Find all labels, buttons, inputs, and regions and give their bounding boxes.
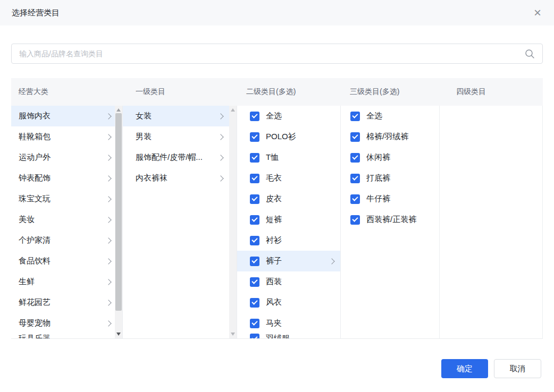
header-major-category: 经营大类 <box>11 87 123 97</box>
header-level1-category: 一级类目 <box>123 87 237 97</box>
list-item[interactable]: 鲜花园艺 <box>11 292 115 313</box>
column-level1-category: 女装 男装 服饰配件/皮带/帽... 内衣裤袜 <box>123 106 237 338</box>
list-item[interactable]: 服饰配件/皮带/帽... <box>123 147 229 168</box>
cancel-button[interactable]: 取消 <box>494 359 541 378</box>
search-icon <box>524 48 535 59</box>
checkbox-checked-icon[interactable] <box>250 132 259 142</box>
search-input[interactable] <box>11 44 543 64</box>
checkbox-checked-icon[interactable] <box>250 334 259 338</box>
chevron-right-icon <box>105 320 111 326</box>
list-item[interactable]: 生鲜 <box>11 271 115 292</box>
checkbox-checked-icon[interactable] <box>250 112 259 121</box>
scrollbar-thumb[interactable] <box>115 113 122 311</box>
list-item[interactable]: 美妆 <box>11 209 115 230</box>
chevron-right-icon <box>105 279 111 285</box>
column-level3-category: 全选 棉裤/羽绒裤 休闲裤 打底裤 牛仔裤 西装裤/正装裤 <box>341 106 440 338</box>
list-item[interactable]: 个护家清 <box>11 230 115 251</box>
category-table-body: 服饰内衣 鞋靴箱包 运动户外 钟表配饰 珠宝文玩 美妆 个护家清 食品饮料 生鲜… <box>11 106 543 339</box>
select-category-dialog: 选择经营类目 × 经营大类 一级类目 二级类目(多选) 三级类目(多选) 四级类… <box>0 0 554 392</box>
scrollbar[interactable] <box>115 106 122 338</box>
column-major-category: 服饰内衣 鞋靴箱包 运动户外 钟表配饰 珠宝文玩 美妆 个护家清 食品饮料 生鲜… <box>11 106 123 338</box>
chevron-right-icon <box>105 196 111 202</box>
header-level4-category: 四级类目 <box>440 87 543 97</box>
header-level2-category: 二级类目(多选) <box>237 87 341 97</box>
list-item[interactable]: 钟表配饰 <box>11 168 115 189</box>
column-level2-category: 全选 POLO衫 T恤 毛衣 皮衣 短裤 衬衫 裤子 西装 风衣 马夹 羽绒服 <box>237 106 341 338</box>
list-item[interactable]: 运动户外 <box>11 147 115 168</box>
checkbox-checked-icon[interactable] <box>350 132 360 142</box>
checkbox-item[interactable]: 风衣 <box>237 292 340 313</box>
checkbox-item[interactable]: 皮衣 <box>237 189 340 209</box>
scrollbar[interactable] <box>229 106 237 338</box>
checkbox-item[interactable]: 全选 <box>341 106 439 126</box>
checkbox-item[interactable]: 裤子 <box>237 251 340 271</box>
chevron-right-icon <box>217 134 223 140</box>
checkbox-item[interactable]: 西装裤/正装裤 <box>341 209 439 230</box>
checkbox-item[interactable]: 西装 <box>237 271 340 292</box>
checkbox-item[interactable]: T恤 <box>237 147 340 168</box>
list-item[interactable]: 女装 <box>123 106 229 126</box>
checkbox-checked-icon[interactable] <box>250 236 259 245</box>
scroll-down-icon[interactable] <box>116 333 121 336</box>
list-item[interactable]: 内衣裤袜 <box>123 168 229 189</box>
list-item[interactable]: 玩具乐器 <box>11 334 115 338</box>
checkbox-item[interactable]: 短裤 <box>237 209 340 230</box>
chevron-right-icon <box>105 155 111 160</box>
checkbox-checked-icon[interactable] <box>250 319 259 328</box>
search-section <box>0 25 554 78</box>
checkbox-checked-icon[interactable] <box>250 153 259 163</box>
checkbox-checked-icon[interactable] <box>350 215 360 225</box>
checkbox-item[interactable]: 棉裤/羽绒裤 <box>341 126 439 147</box>
header-level3-category: 三级类目(多选) <box>341 87 440 97</box>
checkbox-item[interactable]: 衬衫 <box>237 230 340 251</box>
confirm-button[interactable]: 确定 <box>441 359 488 378</box>
checkbox-item[interactable]: 羽绒服 <box>237 334 340 338</box>
close-icon[interactable]: × <box>533 6 542 19</box>
list-item[interactable]: 男装 <box>123 126 229 147</box>
checkbox-checked-icon[interactable] <box>250 215 259 225</box>
checkbox-checked-icon[interactable] <box>250 174 259 183</box>
list-item[interactable]: 食品饮料 <box>11 251 115 271</box>
chevron-right-icon <box>329 258 334 264</box>
checkbox-item[interactable]: POLO衫 <box>237 126 340 147</box>
checkbox-checked-icon[interactable] <box>350 174 360 183</box>
category-table-header: 经营大类 一级类目 二级类目(多选) 三级类目(多选) 四级类目 <box>11 78 543 106</box>
scroll-down-icon[interactable] <box>231 333 235 336</box>
dialog-titlebar: 选择经营类目 × <box>0 0 554 25</box>
chevron-right-icon <box>105 237 111 243</box>
checkbox-checked-icon[interactable] <box>350 112 360 121</box>
dialog-title: 选择经营类目 <box>12 8 60 18</box>
chevron-right-icon <box>105 300 111 305</box>
chevron-right-icon <box>105 113 111 119</box>
chevron-right-icon <box>105 217 111 223</box>
checkbox-checked-icon[interactable] <box>250 277 259 287</box>
list-item[interactable]: 服饰内衣 <box>11 106 115 126</box>
checkbox-checked-icon[interactable] <box>250 257 259 266</box>
checkbox-checked-icon[interactable] <box>350 194 360 204</box>
chevron-right-icon <box>217 175 223 181</box>
checkbox-checked-icon[interactable] <box>250 298 259 308</box>
list-item[interactable]: 珠宝文玩 <box>11 189 115 209</box>
chevron-right-icon <box>105 134 111 140</box>
scroll-up-icon[interactable] <box>116 108 121 112</box>
list-item[interactable]: 鞋靴箱包 <box>11 126 115 147</box>
checkbox-item[interactable]: 休闲裤 <box>341 147 439 168</box>
checkbox-item[interactable]: 牛仔裤 <box>341 189 439 209</box>
scroll-up-icon[interactable] <box>231 108 235 112</box>
checkbox-item[interactable]: 打底裤 <box>341 168 439 189</box>
checkbox-item[interactable]: 全选 <box>237 106 340 126</box>
list-item[interactable]: 母婴宠物 <box>11 313 115 334</box>
chevron-right-icon <box>105 175 111 181</box>
checkbox-checked-icon[interactable] <box>350 153 360 163</box>
chevron-right-icon <box>105 258 111 264</box>
dialog-footer: 确定 取消 <box>441 359 541 378</box>
checkbox-item[interactable]: 马夹 <box>237 313 340 334</box>
chevron-right-icon <box>217 113 223 119</box>
checkbox-checked-icon[interactable] <box>250 194 259 204</box>
category-table: 经营大类 一级类目 二级类目(多选) 三级类目(多选) 四级类目 服饰内衣 鞋靴… <box>11 78 543 339</box>
chevron-right-icon <box>217 155 223 160</box>
column-level4-category <box>440 106 543 338</box>
checkbox-item[interactable]: 毛衣 <box>237 168 340 189</box>
